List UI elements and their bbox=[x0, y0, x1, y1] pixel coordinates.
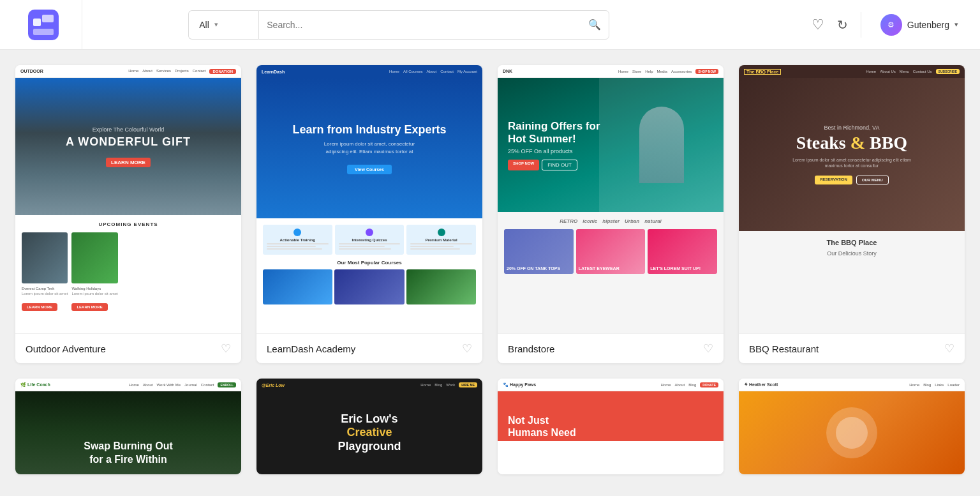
card-brandstore[interactable]: DNK Home Store Help Media Accessories SH… bbox=[498, 65, 724, 363]
outdoor-hero: Explore The Colourful World A WONDERFUL … bbox=[15, 78, 241, 215]
filter-selected-label: All bbox=[199, 20, 209, 30]
ld-feat-icon2 bbox=[366, 229, 373, 236]
refresh-button[interactable]: ↻ bbox=[837, 17, 848, 33]
card-happy-paws[interactable]: 🐾 Happy Paws Home About Blog DONATE Not … bbox=[498, 379, 724, 474]
brandstore-mock-nav: DNK Home Store Help Media Accessories SH… bbox=[498, 65, 724, 78]
card-thumb-learndash: LearnDash Home All Courses About Contact… bbox=[256, 65, 482, 333]
filter-dropdown[interactable]: All ▾ bbox=[188, 10, 258, 40]
search-button[interactable]: 🔍 bbox=[588, 19, 601, 31]
brandstore-hero-image bbox=[599, 78, 724, 212]
bbq-lower-title: The BBQ Place bbox=[827, 239, 877, 246]
ld-course-img3 bbox=[406, 269, 476, 304]
card-heather-scott[interactable]: ⚘ Heather Scott Home Blog Links Loader bbox=[739, 379, 965, 474]
site-logo bbox=[28, 10, 59, 40]
svg-rect-1 bbox=[33, 19, 41, 26]
card-title-outdoor: Outdoor Adventure bbox=[26, 343, 106, 354]
favorite-outdoor-button[interactable]: ♡ bbox=[221, 343, 231, 354]
outdoor-event-text1: Everest Camp TrekLorem ipsum dolor sit a… bbox=[22, 286, 68, 297]
chevron-down-icon: ▾ bbox=[214, 20, 218, 29]
card-thumb-bbq: The BBQ Place Home About Us Menu Contact… bbox=[739, 65, 965, 333]
favorite-bbq-button[interactable]: ♡ bbox=[944, 343, 954, 354]
promo-eyewear: LATEST EYEWEAR bbox=[576, 229, 646, 274]
happy-paws-title: Not Just Humans Need Home. bbox=[508, 414, 576, 451]
eric-low-thumb: Eric Low's Creative Playground bbox=[256, 391, 482, 474]
card-eric-low[interactable]: @Eric Low Home Blog Work HIRE ME Eric Lo… bbox=[256, 379, 482, 474]
card-footer-learndash: LearnDash Academy ♡ bbox=[256, 333, 482, 363]
life-coach-thumb: Swap Burning Out for a Fire Within bbox=[15, 391, 241, 474]
search-icon: 🔍 bbox=[588, 19, 601, 30]
card-title-brandstore: Brandstore bbox=[508, 343, 554, 354]
svg-rect-0 bbox=[28, 10, 59, 40]
card-title-learndash: LearnDash Academy bbox=[267, 343, 355, 354]
ld-courses-section: Our Most Popular Courses bbox=[263, 260, 476, 304]
search-area: All ▾ 🔍 bbox=[188, 10, 609, 40]
refresh-icon: ↻ bbox=[837, 17, 848, 33]
ld-lower: Actionable Training Interesting Quizzes bbox=[256, 218, 482, 333]
life-coach-thumb-text: Swap Burning Out for a Fire Within bbox=[84, 440, 173, 467]
bbq-story-title: Our Delicious Story bbox=[827, 250, 877, 257]
ld-feat-material: Premium Material bbox=[406, 225, 476, 255]
card-bbq[interactable]: The BBQ Place Home About Us Menu Contact… bbox=[739, 65, 965, 363]
search-input[interactable] bbox=[267, 20, 588, 30]
ld-course-img1 bbox=[263, 269, 332, 304]
brand-logos-row: RETRO iconic hipster Urban natural bbox=[504, 218, 717, 224]
happy-paws-thumb: Not Just Humans Need Home. bbox=[498, 391, 724, 474]
card-footer-outdoor: Outdoor Adventure ♡ bbox=[15, 333, 241, 363]
ld-features: Actionable Training Interesting Quizzes bbox=[263, 225, 476, 255]
ld-hero-sub: Lorem ipsum dolor sit amet, consectetur … bbox=[312, 140, 427, 156]
header-right-divider bbox=[861, 12, 861, 38]
eric-mock-nav: @Eric Low Home Blog Work HIRE ME bbox=[256, 379, 482, 391]
bbq-main-title: Steaks & BBQ bbox=[796, 133, 907, 153]
outdoor-main-text: A WONDERFUL GIFT bbox=[66, 135, 191, 149]
brandstore-lower: RETRO iconic hipster Urban natural 20% O… bbox=[498, 212, 724, 333]
heather-scott-thumb bbox=[739, 391, 965, 474]
gear-icon: ⚙ bbox=[887, 20, 895, 29]
templates-grid-row1: OUTDOOR Home About Services Projects Con… bbox=[15, 65, 965, 363]
favorite-learndash-button[interactable]: ♡ bbox=[462, 343, 472, 354]
hs-mock-nav: ⚘ Heather Scott Home Blog Links Loader bbox=[739, 379, 965, 391]
eric-low-title: Eric Low's Creative Playground bbox=[338, 412, 401, 454]
logo-area bbox=[15, 10, 71, 40]
brand-promo-grid: 20% OFF ON TANK TOPS LATEST EYEWEAR LET'… bbox=[504, 229, 717, 274]
card-footer-brandstore: Brandstore ♡ bbox=[498, 333, 724, 363]
card-thumb-outdoor: OUTDOOR Home About Services Projects Con… bbox=[15, 65, 241, 333]
ld-feat-training: Actionable Training bbox=[263, 225, 332, 255]
favorite-brandstore-button[interactable]: ♡ bbox=[703, 343, 713, 354]
bbq-hero: Best in Richmond, VA Steaks & BBQ Lorem … bbox=[739, 78, 965, 231]
bbq-mock-nav: The BBQ Place Home About Us Menu Contact… bbox=[739, 65, 965, 78]
lc-mock-nav: 🌿 Life Coach Home About Work With Me Jou… bbox=[15, 379, 241, 391]
brandstore-hero-sub: 25% OFF On all products bbox=[508, 148, 600, 154]
outdoor-event-text2: Walking HolidaysLorem ipsum dolor sit am… bbox=[71, 286, 117, 297]
templates-grid-row2: 🌿 Life Coach Home About Work With Me Jou… bbox=[15, 379, 965, 474]
heart-icon: ♡ bbox=[812, 17, 824, 33]
card-learndash[interactable]: LearnDash Home All Courses About Contact… bbox=[256, 65, 482, 363]
bbq-subtitle: Best in Richmond, VA bbox=[824, 124, 880, 131]
svg-rect-2 bbox=[42, 15, 54, 22]
brandstore-hero: Raining Offers for Hot Summer! 25% OFF O… bbox=[498, 78, 724, 212]
ld-feat-icon1 bbox=[293, 229, 301, 236]
ld-hero: Learn from Industry Experts Lorem ipsum … bbox=[256, 78, 482, 218]
header-divider bbox=[82, 0, 82, 49]
mock-nav-bar: OUTDOOR Home About Services Projects Con… bbox=[15, 65, 241, 78]
card-outdoor-adventure[interactable]: OUTDOOR Home About Services Projects Con… bbox=[15, 65, 241, 363]
favorites-button[interactable]: ♡ bbox=[812, 17, 824, 33]
user-menu[interactable]: ⚙ Gutenberg ▾ bbox=[874, 10, 965, 40]
card-title-bbq: BBQ Restaurant bbox=[749, 343, 819, 354]
user-menu-chevron-icon: ▾ bbox=[954, 20, 958, 29]
ld-feat-icon3 bbox=[438, 229, 445, 236]
ld-course-img2 bbox=[334, 269, 404, 304]
card-life-coach[interactable]: 🌿 Life Coach Home About Work With Me Jou… bbox=[15, 379, 241, 474]
card-footer-bbq: BBQ Restaurant ♡ bbox=[739, 333, 965, 363]
heather-avatar-circle bbox=[826, 407, 877, 458]
card-thumb-brandstore: DNK Home Store Help Media Accessories SH… bbox=[498, 65, 724, 333]
ld-course-thumbnails bbox=[263, 269, 476, 304]
brandstore-hero-title: Raining Offers for Hot Summer! bbox=[508, 120, 600, 146]
header-actions: ♡ ↻ ⚙ Gutenberg ▾ bbox=[812, 10, 965, 40]
user-avatar: ⚙ bbox=[880, 14, 902, 36]
bbq-lower-section: The BBQ Place Our Delicious Story bbox=[739, 231, 965, 333]
search-box: 🔍 bbox=[258, 10, 609, 40]
ld-mock-nav: LearnDash Home All Courses About Contact… bbox=[256, 65, 482, 78]
ld-cta-btn: View Courses bbox=[347, 165, 392, 174]
promo-suitup: LET'S LOREM SUIT UP! bbox=[648, 229, 717, 274]
ld-hero-title: Learn from Industry Experts bbox=[292, 123, 446, 137]
